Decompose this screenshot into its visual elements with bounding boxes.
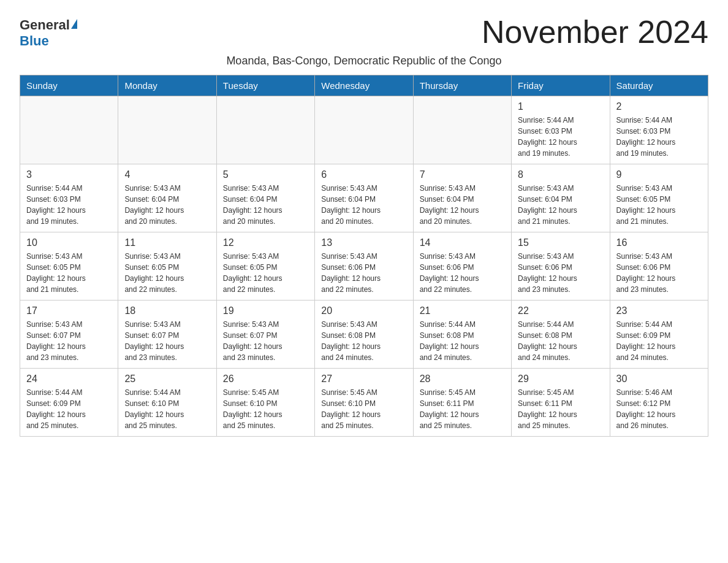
day-info: Sunrise: 5:43 AMSunset: 6:07 PMDaylight:… [223, 319, 308, 363]
logo: General Blue [20, 15, 77, 49]
calendar-cell: 25Sunrise: 5:44 AMSunset: 6:10 PMDayligh… [118, 369, 216, 437]
day-info: Sunrise: 5:43 AMSunset: 6:07 PMDaylight:… [124, 319, 210, 363]
calendar-cell: 29Sunrise: 5:45 AMSunset: 6:11 PMDayligh… [512, 369, 610, 437]
day-number: 12 [223, 237, 308, 248]
logo-triangle-icon [71, 19, 77, 29]
calendar-cell: 21Sunrise: 5:44 AMSunset: 6:08 PMDayligh… [413, 301, 511, 369]
day-number: 19 [223, 305, 308, 316]
day-number: 28 [420, 373, 505, 385]
calendar-cell: 28Sunrise: 5:45 AMSunset: 6:11 PMDayligh… [413, 369, 511, 437]
calendar-cell: 27Sunrise: 5:45 AMSunset: 6:10 PMDayligh… [315, 369, 413, 437]
day-info: Sunrise: 5:45 AMSunset: 6:11 PMDaylight:… [518, 387, 603, 431]
weekday-header-wednesday: Wednesday [315, 75, 413, 96]
calendar-cell: 17Sunrise: 5:43 AMSunset: 6:07 PMDayligh… [20, 301, 118, 369]
calendar-cell [315, 96, 413, 164]
day-number: 2 [616, 101, 702, 112]
calendar-cell [216, 96, 314, 164]
day-number: 30 [616, 373, 702, 385]
day-info: Sunrise: 5:44 AMSunset: 6:03 PMDaylight:… [518, 115, 603, 159]
day-number: 26 [223, 373, 308, 385]
month-title: November 2024 [482, 15, 708, 50]
day-info: Sunrise: 5:43 AMSunset: 6:04 PMDaylight:… [420, 183, 505, 227]
day-info: Sunrise: 5:45 AMSunset: 6:10 PMDaylight:… [321, 387, 406, 431]
day-info: Sunrise: 5:43 AMSunset: 6:06 PMDaylight:… [420, 251, 505, 295]
day-info: Sunrise: 5:43 AMSunset: 6:04 PMDaylight:… [321, 183, 406, 227]
weekday-header-tuesday: Tuesday [216, 75, 314, 96]
week-row-4: 17Sunrise: 5:43 AMSunset: 6:07 PMDayligh… [20, 301, 708, 369]
day-info: Sunrise: 5:43 AMSunset: 6:06 PMDaylight:… [518, 251, 603, 295]
calendar-cell: 1Sunrise: 5:44 AMSunset: 6:03 PMDaylight… [512, 96, 610, 164]
day-info: Sunrise: 5:43 AMSunset: 6:05 PMDaylight:… [616, 183, 702, 227]
calendar-cell: 23Sunrise: 5:44 AMSunset: 6:09 PMDayligh… [610, 301, 708, 369]
day-number: 9 [616, 169, 702, 180]
weekday-header-friday: Friday [512, 75, 610, 96]
day-number: 7 [420, 169, 505, 180]
calendar-cell [20, 96, 118, 164]
day-number: 3 [26, 169, 112, 180]
calendar-cell: 20Sunrise: 5:43 AMSunset: 6:08 PMDayligh… [315, 301, 413, 369]
day-info: Sunrise: 5:44 AMSunset: 6:08 PMDaylight:… [420, 319, 505, 363]
day-info: Sunrise: 5:43 AMSunset: 6:05 PMDaylight:… [124, 251, 210, 295]
calendar-cell: 22Sunrise: 5:44 AMSunset: 6:08 PMDayligh… [512, 301, 610, 369]
week-row-5: 24Sunrise: 5:44 AMSunset: 6:09 PMDayligh… [20, 369, 708, 437]
calendar-cell: 26Sunrise: 5:45 AMSunset: 6:10 PMDayligh… [216, 369, 314, 437]
week-row-2: 3Sunrise: 5:44 AMSunset: 6:03 PMDaylight… [20, 164, 708, 232]
day-number: 25 [124, 373, 210, 385]
day-number: 20 [321, 305, 406, 316]
day-number: 11 [124, 237, 210, 248]
day-info: Sunrise: 5:43 AMSunset: 6:05 PMDaylight:… [26, 251, 112, 295]
calendar-subtitle: Moanda, Bas-Congo, Democratic Republic o… [20, 55, 708, 67]
day-number: 5 [223, 169, 308, 180]
day-number: 16 [616, 237, 702, 248]
day-number: 18 [124, 305, 210, 316]
day-info: Sunrise: 5:43 AMSunset: 6:04 PMDaylight:… [124, 183, 210, 227]
day-number: 6 [321, 169, 406, 180]
day-number: 24 [26, 373, 112, 385]
calendar-cell: 15Sunrise: 5:43 AMSunset: 6:06 PMDayligh… [512, 232, 610, 301]
day-info: Sunrise: 5:44 AMSunset: 6:03 PMDaylight:… [616, 115, 702, 159]
calendar-cell: 11Sunrise: 5:43 AMSunset: 6:05 PMDayligh… [118, 232, 216, 301]
day-info: Sunrise: 5:43 AMSunset: 6:06 PMDaylight:… [321, 251, 406, 295]
day-number: 29 [518, 373, 603, 385]
day-number: 10 [26, 237, 112, 248]
day-info: Sunrise: 5:44 AMSunset: 6:10 PMDaylight:… [124, 387, 210, 431]
weekday-header-monday: Monday [118, 75, 216, 96]
calendar-cell: 3Sunrise: 5:44 AMSunset: 6:03 PMDaylight… [20, 164, 118, 232]
day-number: 14 [420, 237, 505, 248]
calendar-table: SundayMondayTuesdayWednesdayThursdayFrid… [20, 75, 708, 437]
day-info: Sunrise: 5:44 AMSunset: 6:09 PMDaylight:… [616, 319, 702, 363]
day-number: 1 [518, 101, 603, 112]
day-number: 8 [518, 169, 603, 180]
logo-general: General [20, 17, 70, 33]
day-info: Sunrise: 5:43 AMSunset: 6:04 PMDaylight:… [518, 183, 603, 227]
calendar-cell: 24Sunrise: 5:44 AMSunset: 6:09 PMDayligh… [20, 369, 118, 437]
page-header: General Blue November 2024 [20, 15, 708, 50]
day-info: Sunrise: 5:43 AMSunset: 6:04 PMDaylight:… [223, 183, 308, 227]
week-row-3: 10Sunrise: 5:43 AMSunset: 6:05 PMDayligh… [20, 232, 708, 301]
calendar-cell [118, 96, 216, 164]
calendar-cell: 12Sunrise: 5:43 AMSunset: 6:05 PMDayligh… [216, 232, 314, 301]
calendar-cell: 19Sunrise: 5:43 AMSunset: 6:07 PMDayligh… [216, 301, 314, 369]
day-info: Sunrise: 5:44 AMSunset: 6:09 PMDaylight:… [26, 387, 112, 431]
day-info: Sunrise: 5:43 AMSunset: 6:06 PMDaylight:… [616, 251, 702, 295]
day-number: 23 [616, 305, 702, 316]
day-info: Sunrise: 5:43 AMSunset: 6:08 PMDaylight:… [321, 319, 406, 363]
day-number: 17 [26, 305, 112, 316]
day-number: 21 [420, 305, 505, 316]
calendar-cell: 14Sunrise: 5:43 AMSunset: 6:06 PMDayligh… [413, 232, 511, 301]
calendar-cell: 2Sunrise: 5:44 AMSunset: 6:03 PMDaylight… [610, 96, 708, 164]
day-info: Sunrise: 5:45 AMSunset: 6:10 PMDaylight:… [223, 387, 308, 431]
day-number: 4 [124, 169, 210, 180]
day-number: 27 [321, 373, 406, 385]
day-info: Sunrise: 5:44 AMSunset: 6:03 PMDaylight:… [26, 183, 112, 227]
day-number: 15 [518, 237, 603, 248]
calendar-cell: 5Sunrise: 5:43 AMSunset: 6:04 PMDaylight… [216, 164, 314, 232]
weekday-header-sunday: Sunday [20, 75, 118, 96]
week-row-1: 1Sunrise: 5:44 AMSunset: 6:03 PMDaylight… [20, 96, 708, 164]
calendar-cell: 18Sunrise: 5:43 AMSunset: 6:07 PMDayligh… [118, 301, 216, 369]
weekday-header-saturday: Saturday [610, 75, 708, 96]
day-info: Sunrise: 5:46 AMSunset: 6:12 PMDaylight:… [616, 387, 702, 431]
logo-blue: Blue [20, 33, 49, 49]
calendar-cell: 9Sunrise: 5:43 AMSunset: 6:05 PMDaylight… [610, 164, 708, 232]
calendar-cell: 7Sunrise: 5:43 AMSunset: 6:04 PMDaylight… [413, 164, 511, 232]
